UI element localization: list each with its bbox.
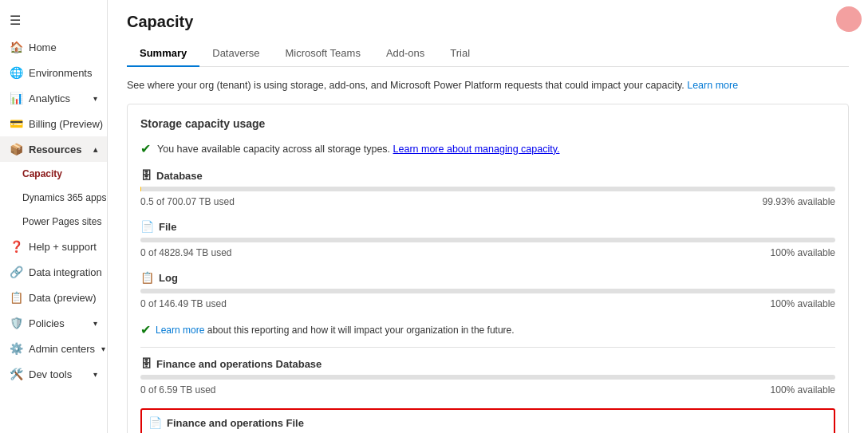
devtools-icon: 🛠️ — [10, 368, 22, 380]
sidebar-item-policies[interactable]: 🛡️ Policies ▾ — [0, 310, 107, 336]
sidebar-item-resources[interactable]: 📦 Resources ▴ — [0, 136, 107, 162]
environments-icon: 🌐 — [10, 66, 22, 79]
sidebar-item-billing[interactable]: 💳 Billing (Preview) ▾ — [0, 111, 107, 136]
future-reporting-text: Learn more about this reporting and how … — [156, 325, 515, 336]
sidebar-item-dynamics365[interactable]: Dynamics 365 apps — [0, 186, 107, 210]
sidebar-label-help: Help + support — [29, 241, 97, 253]
sidebar-item-admincenters[interactable]: ⚙️ Admin centers ▾ — [0, 336, 107, 361]
database-used: 0.5 of 700.07 TB used — [140, 196, 235, 207]
content-area: See where your org (tenant) is using sto… — [108, 67, 868, 433]
fo-database-available: 100% available — [771, 384, 835, 396]
devtools-chevron: ▾ — [93, 370, 97, 379]
fo-database-used: 0 of 6.59 TB used — [140, 384, 216, 396]
sidebar-label-admincenters: Admin centers — [29, 343, 95, 355]
sidebar-label-powerpages: Power Pages sites — [22, 216, 101, 227]
page-header: Capacity Summary Dataverse Microsoft Tea… — [108, 0, 868, 67]
learn-more-link[interactable]: Learn more — [687, 80, 738, 91]
log-progress-bar — [140, 289, 835, 293]
log-used: 0 of 146.49 TB used — [140, 298, 227, 309]
check-circle-future-icon: ✔ — [140, 322, 151, 337]
tab-teams[interactable]: Microsoft Teams — [273, 41, 373, 67]
sidebar-label-resources: Resources — [29, 144, 81, 155]
sidebar-item-capacity[interactable]: Capacity — [0, 162, 107, 186]
hamburger-icon[interactable]: ☰ — [0, 6, 107, 34]
sidebar-label-analytics: Analytics — [29, 93, 70, 104]
section-divider — [140, 347, 835, 348]
sidebar-item-dataintegration[interactable]: 🔗 Data integration — [0, 259, 107, 285]
sidebar-label-dynamics365: Dynamics 365 apps — [22, 192, 106, 203]
tab-addons[interactable]: Add-ons — [373, 41, 437, 67]
storage-header-database: 🗄 Database — [140, 169, 835, 182]
sidebar-item-datapreview[interactable]: 📋 Data (preview) — [0, 285, 107, 310]
sidebar-label-dataintegration: Data integration — [29, 266, 102, 278]
sidebar-item-home[interactable]: 🏠 Home — [0, 34, 107, 60]
log-available: 100% available — [771, 298, 835, 309]
file-label: File — [159, 221, 176, 233]
storage-type-fo-file-highlighted: 📄 Finance and operations File 0 of 17.23… — [140, 408, 835, 433]
file-available: 100% available — [771, 247, 835, 258]
database-icon: 🗄 — [140, 169, 152, 182]
policies-chevron: ▾ — [93, 319, 97, 328]
storage-type-fo-database: 🗄 Finance and operations Database 0 of 6… — [140, 357, 835, 396]
fo-file-label: Finance and operations File — [167, 417, 304, 429]
analytics-icon: 📊 — [10, 92, 22, 104]
sidebar-item-environments[interactable]: 🌐 Environments — [0, 60, 107, 85]
tab-dataverse[interactable]: Dataverse — [199, 41, 272, 67]
resources-chevron: ▴ — [93, 145, 97, 154]
file-progress-bar — [140, 238, 835, 242]
managing-capacity-link[interactable]: Learn more about managing capacity. — [393, 144, 560, 155]
sidebar-item-powerpages[interactable]: Power Pages sites — [0, 210, 107, 234]
storage-header-fo-database: 🗄 Finance and operations Database — [140, 357, 835, 370]
log-label: Log — [159, 272, 178, 284]
storage-type-file: 📄 File 0 of 4828.94 TB used 100% availab… — [140, 220, 835, 258]
fo-file-icon: 📄 — [148, 416, 162, 429]
user-avatar[interactable] — [836, 6, 862, 32]
main-content: Capacity Summary Dataverse Microsoft Tea… — [108, 0, 868, 433]
dataintegration-icon: 🔗 — [10, 266, 22, 278]
sidebar-label-datapreview: Data (preview) — [29, 292, 97, 304]
tab-summary[interactable]: Summary — [127, 41, 199, 67]
description-text: See where your org (tenant) is using sto… — [127, 80, 849, 91]
storage-type-log: 📋 Log 0 of 146.49 TB used 100% available — [140, 271, 835, 309]
sidebar-label-devtools: Dev tools — [29, 368, 72, 380]
billing-icon: 💳 — [10, 117, 22, 130]
sidebar-label-environments: Environments — [29, 67, 92, 79]
storage-type-database: 🗄 Database 0.5 of 700.07 TB used 99.93% … — [140, 169, 835, 207]
log-stats: 0 of 146.49 TB used 100% available — [140, 298, 835, 309]
sidebar-item-devtools[interactable]: 🛠️ Dev tools ▾ — [0, 361, 107, 387]
check-circle-icon: ✔ — [140, 141, 151, 156]
fo-database-icon: 🗄 — [140, 357, 152, 370]
future-reporting-row: ✔ Learn more about this reporting and ho… — [140, 322, 835, 337]
learn-future-text: about this reporting and how it will imp… — [207, 325, 515, 336]
sidebar-item-analytics[interactable]: 📊 Analytics ▾ — [0, 85, 107, 111]
sidebar: ☰ 🏠 Home 🌐 Environments 📊 Analytics ▾ 💳 … — [0, 0, 108, 433]
log-icon: 📋 — [140, 271, 154, 284]
database-stats: 0.5 of 700.07 TB used 99.93% available — [140, 196, 835, 207]
home-icon: 🏠 — [10, 41, 22, 53]
sidebar-label-capacity: Capacity — [22, 168, 62, 179]
sidebar-item-help[interactable]: ❓ Help + support — [0, 234, 107, 259]
database-available: 99.93% available — [763, 196, 835, 207]
fo-database-stats: 0 of 6.59 TB used 100% available — [140, 384, 835, 396]
file-used: 0 of 4828.94 TB used — [140, 247, 232, 258]
available-notice-text: You have available capacity across all s… — [157, 144, 390, 155]
datapreview-icon: 📋 — [10, 291, 22, 304]
tab-trial[interactable]: Trial — [437, 41, 483, 67]
resources-icon: 📦 — [10, 143, 22, 155]
database-label: Database — [156, 170, 203, 182]
policies-icon: 🛡️ — [10, 317, 22, 329]
sidebar-label-policies: Policies — [29, 317, 65, 329]
page-title: Capacity — [127, 13, 849, 31]
storage-card: Storage capacity usage ✔ You have availa… — [127, 104, 849, 433]
storage-header-fo-file: 📄 Finance and operations File — [148, 416, 827, 429]
analytics-chevron: ▾ — [93, 94, 97, 103]
available-notice: ✔ You have available capacity across all… — [140, 141, 835, 156]
database-progress-fill — [140, 187, 141, 191]
admincenters-chevron: ▾ — [101, 344, 105, 353]
storage-header-file: 📄 File — [140, 220, 835, 233]
available-text: You have available capacity across all s… — [157, 144, 560, 155]
fo-database-progress-bar — [140, 375, 835, 380]
storage-card-title: Storage capacity usage — [140, 117, 835, 130]
description-body: See where your org (tenant) is using sto… — [127, 80, 685, 91]
learn-more-future-link[interactable]: Learn more — [156, 325, 204, 336]
